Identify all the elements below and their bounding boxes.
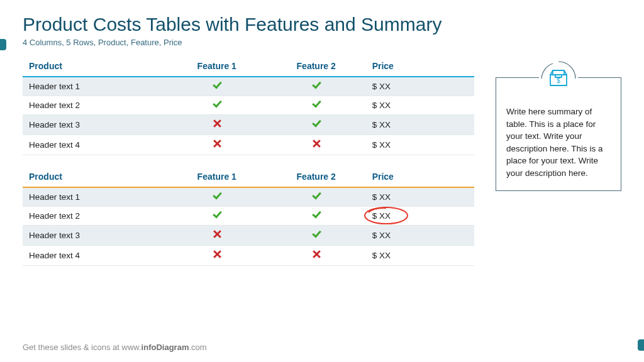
cell-price: $ XX [366, 187, 474, 207]
cell-price: $ XX [366, 207, 474, 226]
col-feature2: Feature 2 [267, 56, 366, 77]
table-row: Header text 3$ XX [23, 115, 474, 135]
cell-feature2 [267, 135, 366, 155]
cell-feature1 [167, 77, 267, 96]
cell-price: $ XX [366, 77, 474, 96]
table-b-body: Header text 1$ XXHeader text 2$ XXHeader… [23, 187, 474, 266]
table-row: Header text 1$ XX [23, 187, 474, 207]
table-row: Header text 4$ XX [23, 135, 474, 155]
cell-product: Header text 2 [23, 207, 167, 226]
cell-feature2 [267, 187, 366, 207]
col-product: Product [23, 56, 167, 77]
check-icon [212, 101, 222, 108]
cell-feature2 [267, 226, 366, 246]
cell-feature2 [267, 77, 366, 96]
col-price: Price [366, 56, 474, 77]
col-feature2: Feature 2 [267, 167, 366, 187]
footer-brand: infoDiagram [142, 343, 189, 352]
summary-text: Write here summary of table. This is a p… [506, 106, 611, 179]
slide: Product Costs Tables with Features and S… [0, 0, 644, 272]
cell-feature1 [167, 207, 267, 226]
check-icon [212, 211, 222, 219]
check-icon [311, 211, 321, 219]
check-icon [311, 120, 321, 128]
table-row: Header text 2$ XX [23, 96, 474, 115]
table-row: Header text 1$ XX [23, 77, 474, 96]
cell-feature1 [167, 187, 267, 207]
box-dollar-icon: $ [539, 59, 578, 98]
cell-feature1 [167, 115, 267, 135]
cell-product: Header text 1 [23, 187, 167, 207]
cross-icon [213, 230, 221, 239]
costs-table-b: Product Feature 1 Feature 2 Price Header… [23, 167, 474, 266]
tables-wrapper: Product Feature 1 Feature 2 Price Header… [23, 56, 474, 266]
cell-price: $ XX [366, 135, 474, 155]
check-icon [212, 82, 222, 89]
check-icon [311, 192, 321, 200]
check-icon [212, 192, 222, 200]
page-subtitle: 4 Columns, 5 Rows, Product, Feature, Pri… [23, 38, 621, 47]
check-icon [311, 82, 321, 89]
costs-table-a: Product Feature 1 Feature 2 Price Header… [23, 56, 474, 155]
cross-icon [213, 250, 221, 259]
cell-product: Header text 3 [23, 226, 167, 246]
footer-tail: .com [189, 343, 206, 352]
svg-point-0 [365, 207, 408, 224]
table-a-body: Header text 1$ XXHeader text 2$ XXHeader… [23, 77, 474, 155]
cell-feature2 [267, 96, 366, 115]
cell-feature1 [167, 96, 267, 115]
page-title: Product Costs Tables with Features and S… [23, 14, 621, 35]
col-feature1: Feature 1 [167, 56, 267, 77]
cell-product: Header text 4 [23, 135, 167, 155]
summary-card: $ Write here summary of table. This is a… [496, 77, 621, 191]
circled-price: $ XX [372, 211, 391, 221]
cross-icon [312, 250, 321, 259]
cell-product: Header text 2 [23, 96, 167, 115]
check-icon [311, 231, 321, 238]
cell-price: $ XX [366, 246, 474, 266]
footer-attribution: Get these slides & icons at www.infoDiag… [23, 343, 207, 352]
col-product: Product [23, 167, 167, 187]
cell-feature1 [167, 135, 267, 155]
cell-product: Header text 1 [23, 77, 167, 96]
accent-right [638, 339, 644, 351]
cell-feature1 [167, 226, 267, 246]
cell-feature2 [267, 115, 366, 135]
cross-icon [213, 140, 221, 148]
col-feature1: Feature 1 [167, 167, 267, 187]
table-row: Header text 3$ XX [23, 226, 474, 246]
cross-icon [213, 119, 221, 128]
accent-left [0, 39, 6, 50]
check-icon [311, 101, 321, 108]
cross-icon [312, 140, 321, 148]
col-price: Price [366, 167, 474, 187]
cell-price: $ XX [366, 226, 474, 246]
footer-lead: Get these slides & icons at www. [23, 343, 142, 352]
table-row: Header text 4$ XX [23, 246, 474, 266]
cell-feature1 [167, 246, 267, 266]
table-row: Header text 2$ XX [23, 207, 474, 226]
svg-text:$: $ [557, 77, 560, 84]
cell-price: $ XX [366, 115, 474, 135]
cell-feature2 [267, 207, 366, 226]
cell-feature2 [267, 246, 366, 266]
cell-product: Header text 3 [23, 115, 167, 135]
cell-price: $ XX [366, 96, 474, 115]
cell-product: Header text 4 [23, 246, 167, 266]
